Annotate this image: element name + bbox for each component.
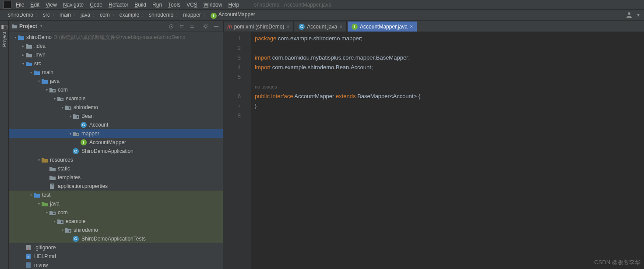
tree-node-static[interactable]: static: [9, 164, 223, 173]
hide-icon[interactable]: [212, 22, 220, 30]
tree-node-shirodemo[interactable]: ▾shirodemo: [9, 103, 223, 112]
menu-refactor[interactable]: Refactor: [109, 2, 128, 8]
tree-arrow-icon[interactable]: ▾: [53, 219, 57, 223]
tree-node-src[interactable]: ▾src: [9, 59, 223, 68]
tree-arrow-icon[interactable]: ▾: [37, 202, 41, 206]
menu-vcs[interactable]: VCS: [187, 2, 197, 8]
crumb-0[interactable]: shiroDemo: [8, 12, 33, 18]
tree-arrow-icon[interactable]: ▾: [37, 79, 41, 83]
project-rail-label[interactable]: Project: [2, 32, 7, 47]
crumb-1[interactable]: src: [43, 12, 50, 18]
tree-node-com[interactable]: ▾com: [9, 85, 223, 94]
tree-arrow-icon[interactable]: ▸: [21, 44, 25, 48]
tree-node-java[interactable]: ▾java: [9, 199, 223, 208]
tree-node--gitignore[interactable]: g.gitignore: [9, 243, 223, 252]
tree-node-java[interactable]: ▾java: [9, 77, 223, 85]
crumb-4[interactable]: com: [100, 12, 110, 18]
tree-node-help-md[interactable]: MHELP.md: [9, 252, 223, 261]
tree-node-shirodemo[interactable]: ▾shirodemo: [9, 226, 223, 234]
tree-arrow-icon[interactable]: ▾: [53, 97, 57, 101]
tree-item-label: com: [58, 209, 68, 216]
chevron-down-icon[interactable]: ▾: [637, 12, 640, 18]
tool-rail: Project: [0, 21, 9, 269]
code-content[interactable]: package com.example.shirodemo.mapper; im…: [251, 32, 644, 269]
tree-arrow-icon[interactable]: ▾: [37, 158, 41, 162]
crumb-6[interactable]: shirodemo: [149, 12, 173, 18]
crumb-7[interactable]: mapper: [183, 12, 201, 18]
tree-item-label: example: [66, 96, 85, 102]
chevron-down-icon[interactable]: ▼: [40, 25, 43, 28]
menu-file[interactable]: File: [16, 2, 24, 8]
menu-edit[interactable]: Edit: [30, 2, 39, 8]
tree-item-label: java: [50, 201, 60, 207]
gear-icon[interactable]: [202, 22, 210, 30]
project-panel: Project ▼ ▾shiroDemoD:\系统默认\桌面\新建文件夹\vue…: [9, 21, 223, 269]
tree-arrow-icon[interactable]: ▾: [60, 228, 65, 232]
tree-node-com[interactable]: ▾com: [9, 208, 223, 217]
tab-accountmapper[interactable]: I AccountMapper.java ✕: [348, 21, 417, 32]
tree-node-shirodemoapplication[interactable]: CShiroDemoApplication: [9, 147, 223, 156]
tree-node-mvnw[interactable]: mvnw: [9, 261, 223, 269]
user-icon[interactable]: [626, 11, 633, 18]
tree-node-shirodemo[interactable]: ▾shiroDemoD:\系统默认\桌面\新建文件夹\vueblog-maste…: [9, 33, 223, 42]
tree-arrow-icon[interactable]: ▾: [45, 211, 49, 215]
tree-node-templates[interactable]: templates: [9, 173, 223, 182]
menu-build[interactable]: Build: [134, 2, 146, 8]
close-icon[interactable]: ✕: [339, 25, 343, 29]
tree-node-bean[interactable]: ▾Bean: [9, 112, 223, 120]
crumb-3[interactable]: java: [81, 12, 90, 18]
tree-item-icon: C: [73, 236, 80, 242]
tree-node-example[interactable]: ▾example: [9, 217, 223, 226]
tree-arrow-icon[interactable]: ▾: [68, 132, 73, 136]
tree-node-main[interactable]: ▾main: [9, 68, 223, 77]
tree-node-test[interactable]: ▾test: [9, 191, 223, 199]
crumb-8[interactable]: IAccountMapper: [211, 11, 255, 19]
tree-arrow-icon[interactable]: ▾: [29, 71, 33, 74]
tree-node-application-properties[interactable]: application.properties: [9, 182, 223, 191]
project-tree[interactable]: ▾shiroDemoD:\系统默认\桌面\新建文件夹\vueblog-maste…: [9, 32, 223, 269]
menu-view[interactable]: View: [46, 2, 57, 8]
locate-icon[interactable]: [167, 22, 175, 30]
tree-item-icon: I: [81, 139, 88, 145]
tree-item-label: mvnw: [34, 262, 48, 268]
menu-navigate[interactable]: Navigate: [63, 2, 84, 8]
close-icon[interactable]: ✕: [410, 25, 413, 29]
tree-arrow-icon[interactable]: ▾: [21, 62, 25, 66]
tree-arrow-icon[interactable]: ▸: [21, 53, 25, 57]
tree-node-mapper[interactable]: ▾mapper: [9, 129, 223, 138]
tree-arrow-icon[interactable]: ▾: [13, 35, 18, 39]
tree-item-label: templates: [58, 174, 81, 181]
menu-run[interactable]: Run: [152, 2, 162, 8]
crumb-5[interactable]: example: [120, 12, 139, 18]
tab-pom[interactable]: m pom.xml (shiroDemo) ✕: [223, 21, 294, 32]
tree-arrow-icon[interactable]: ▾: [60, 106, 65, 110]
tab-account[interactable]: C Account.java ✕: [295, 21, 347, 32]
tree-node-resources[interactable]: ▾resources: [9, 156, 223, 164]
tree-item-icon: [25, 60, 32, 67]
tree-node-example[interactable]: ▾example: [9, 94, 223, 103]
class-icon: C: [299, 24, 305, 30]
tree-arrow-icon[interactable]: ▾: [29, 193, 33, 197]
tree-arrow-icon[interactable]: ▾: [45, 88, 49, 92]
svg-rect-13: [52, 184, 53, 185]
collapse-icon[interactable]: [188, 22, 196, 30]
tree-node-account[interactable]: CAccount: [9, 120, 223, 129]
tree-node--idea[interactable]: ▸.idea: [9, 42, 223, 50]
tree-item-icon: [57, 218, 64, 224]
tree-arrow-icon[interactable]: ▾: [68, 114, 73, 118]
project-rail-icon[interactable]: [1, 24, 7, 30]
menu-code[interactable]: Code: [90, 2, 102, 8]
expand-icon[interactable]: [178, 22, 186, 30]
tree-node-accountmapper[interactable]: IAccountMapper: [9, 138, 223, 147]
tree-node--mvn[interactable]: ▸.mvn: [9, 50, 223, 59]
menu-window[interactable]: Window: [204, 2, 222, 8]
tree-item-icon: [49, 209, 56, 216]
tree-item-label: static: [58, 166, 70, 172]
code-editor[interactable]: 1 2 3 4 5 6 7 8 package com.example.shir…: [223, 32, 644, 269]
tree-node-shirodemoapplicationtests[interactable]: CShiroDemoApplicationTests: [9, 234, 223, 243]
menu-help[interactable]: Help: [228, 2, 239, 8]
svg-point-4: [171, 25, 172, 27]
crumb-2[interactable]: main: [60, 12, 71, 18]
menu-tools[interactable]: Tools: [168, 2, 180, 8]
close-icon[interactable]: ✕: [286, 25, 290, 29]
